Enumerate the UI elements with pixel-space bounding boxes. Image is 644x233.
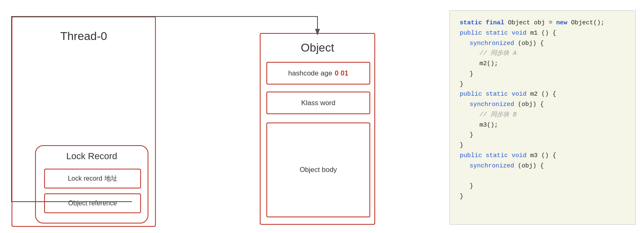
thread-box: Thread-0 Lock Record Lock record 地址 Obje… xyxy=(12,16,156,227)
code-line-15: synchronized (obj) { xyxy=(460,161,625,172)
code-line-6: } xyxy=(460,69,625,80)
lock-record-title: Lock Record xyxy=(66,151,118,162)
code-line-3: synchronized (obj) { xyxy=(460,39,625,49)
object-label: Object xyxy=(301,41,334,54)
code-line-8: public static void m2 () { xyxy=(460,89,625,100)
hashcode-values: 0 01 xyxy=(335,69,348,78)
code-line-11: m3(); xyxy=(460,120,625,131)
diagram-area: Thread-0 Lock Record Lock record 地址 Obje… xyxy=(4,8,441,225)
object-box: Object hashcode age 0 01 Klass word Obje… xyxy=(260,33,375,225)
code-line-4: // 同步块 A xyxy=(460,49,625,59)
code-line-9: synchronized (obj) { xyxy=(460,100,625,110)
hashcode-box: hashcode age 0 01 xyxy=(266,62,370,85)
code-line-13: } xyxy=(460,141,625,151)
code-line-10: // 同步块 B xyxy=(460,110,625,120)
code-line-16 xyxy=(460,171,625,181)
klass-box: Klass word xyxy=(266,92,370,114)
lock-record-box: Lock Record Lock record 地址 Object refere… xyxy=(35,145,148,224)
code-line-14: public static void m3 () { xyxy=(460,151,625,161)
code-line-1: static final Object obj = new Object(); xyxy=(460,18,625,28)
code-line-18: } xyxy=(460,192,625,202)
code-line-7: } xyxy=(460,80,625,90)
object-body-box: Object body xyxy=(266,122,370,217)
code-panel: static final Object obj = new Object(); … xyxy=(449,10,636,225)
code-line-2: public static void m1 () { xyxy=(460,28,625,39)
main-container: Thread-0 Lock Record Lock record 地址 Obje… xyxy=(0,0,644,233)
code-line-12: } xyxy=(460,130,625,141)
code-line-5: m2(); xyxy=(460,59,625,69)
lock-record-ref: Object reference xyxy=(44,193,141,213)
lock-record-addr: Lock record 地址 xyxy=(44,169,141,188)
code-line-17: } xyxy=(460,181,625,192)
thread-label: Thread-0 xyxy=(60,30,107,43)
